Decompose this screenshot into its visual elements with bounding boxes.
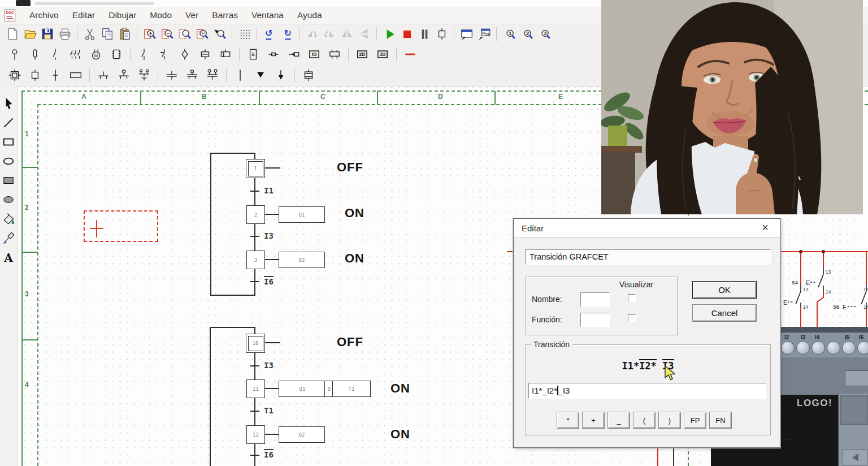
- menu-editar[interactable]: Editar: [66, 10, 102, 20]
- g1-transition-3[interactable]: [250, 281, 259, 282]
- paste-icon[interactable]: [118, 26, 132, 42]
- eyedropper-icon[interactable]: [1, 231, 16, 245]
- or-branch-icon[interactable]: [116, 67, 131, 83]
- view-3d-icon[interactable]: 3D: [375, 46, 390, 62]
- g1-transition-2-label[interactable]: I3: [264, 231, 274, 240]
- arrow-down-icon[interactable]: [253, 67, 268, 83]
- undo-icon[interactable]: ↺: [262, 26, 277, 42]
- menu-modo[interactable]: Modo: [143, 10, 179, 20]
- print-icon[interactable]: [58, 26, 72, 42]
- link-icon[interactable]: [233, 67, 248, 83]
- close-icon[interactable]: ×: [758, 221, 772, 234]
- zoom-page-icon[interactable]: P: [195, 26, 210, 42]
- g1-step-1-initial[interactable]: 1: [246, 159, 265, 178]
- g2-action-t1[interactable]: T1: [332, 381, 371, 397]
- filled-ellipse-icon[interactable]: [1, 192, 16, 207]
- ok-button[interactable]: OK: [692, 281, 757, 299]
- diamond-valve-icon[interactable]: [177, 46, 192, 62]
- step-icon[interactable]: [435, 26, 449, 42]
- switch-icon[interactable]: [137, 46, 151, 62]
- filled-rectangle-icon[interactable]: [1, 173, 16, 188]
- or-convergence-icon[interactable]: [137, 67, 151, 83]
- rotate-right-icon[interactable]: [322, 26, 337, 42]
- multi-contact-icon[interactable]: [68, 46, 83, 62]
- menu-barras[interactable]: Barras: [205, 10, 245, 20]
- initial-step-icon[interactable]: [7, 67, 22, 83]
- io-box-icon[interactable]: IO: [307, 46, 322, 62]
- pushbutton-icon[interactable]: [7, 46, 22, 62]
- save-icon[interactable]: [40, 26, 55, 42]
- g2-action-q2[interactable]: Q2: [279, 426, 325, 443]
- copy-icon[interactable]: [100, 26, 115, 42]
- menu-archivo[interactable]: Archivo: [23, 10, 66, 20]
- flip-vertical-icon[interactable]: [357, 26, 372, 42]
- nombre-input[interactable]: [580, 292, 610, 307]
- stop-icon[interactable]: [400, 26, 414, 42]
- flip-horizontal-icon[interactable]: [340, 26, 354, 42]
- op-plus-button[interactable]: +: [582, 412, 605, 429]
- zoom-window-icon[interactable]: [177, 26, 192, 42]
- zoom-out-icon[interactable]: [160, 26, 175, 42]
- valve-icon[interactable]: [198, 46, 212, 62]
- zoom-in-icon[interactable]: [142, 26, 157, 42]
- zoom-3-icon[interactable]: 3: [537, 26, 552, 42]
- dialog-titlebar[interactable]: Editar ×: [514, 219, 780, 238]
- line-icon[interactable]: [1, 115, 16, 130]
- g2-transition-1-label[interactable]: I3: [264, 361, 274, 370]
- zoom-2-icon[interactable]: 2: [519, 26, 534, 42]
- open-icon[interactable]: [23, 26, 37, 42]
- select-icon[interactable]: [1, 96, 16, 111]
- menu-ayuda[interactable]: Ayuda: [290, 10, 329, 20]
- action-icon[interactable]: [68, 67, 83, 83]
- g1-action-q1[interactable]: Q1: [279, 206, 325, 223]
- zoom-1-icon[interactable]: 1: [502, 26, 517, 42]
- and-divergence-icon[interactable]: [164, 67, 179, 83]
- transition-icon[interactable]: [48, 67, 63, 83]
- g2-transition-3-label[interactable]: I6: [264, 449, 274, 459]
- nombre-visualizar-checkbox[interactable]: [628, 294, 636, 302]
- g1-transition-2[interactable]: [250, 236, 259, 237]
- macro-step-icon[interactable]: [301, 67, 316, 83]
- distributor-icon[interactable]: [287, 46, 301, 62]
- g1-step-2[interactable]: 2: [246, 205, 265, 224]
- g2-step-11[interactable]: 11: [246, 379, 265, 398]
- g2-action-q1[interactable]: Q1: [279, 381, 326, 397]
- g2-step-10-initial[interactable]: 10: [246, 334, 265, 353]
- g2-transition-2[interactable]: [250, 411, 259, 412]
- g1-transition-1-label[interactable]: I1: [264, 186, 274, 195]
- and-branch-icon[interactable]: [185, 67, 199, 83]
- g1-action-q2[interactable]: Q2: [279, 252, 325, 268]
- g2-transition-1[interactable]: [250, 365, 259, 366]
- selection-box[interactable]: [84, 210, 158, 242]
- g1-transition-3-label[interactable]: I6: [264, 276, 274, 286]
- fill-icon[interactable]: [1, 212, 16, 226]
- terminal-block-icon[interactable]: [327, 46, 342, 62]
- step-icon[interactable]: [28, 67, 42, 83]
- contact-icon[interactable]: [48, 46, 63, 62]
- op-close-paren-button[interactable]: ): [658, 412, 681, 429]
- funcion-input[interactable]: [580, 313, 610, 327]
- simulation-window-icon[interactable]: [459, 26, 474, 42]
- coil-icon[interactable]: [28, 46, 42, 62]
- components-window-icon[interactable]: [477, 26, 492, 42]
- play-icon[interactable]: [382, 26, 397, 42]
- cylinder-icon[interactable]: [218, 46, 233, 62]
- cancel-button[interactable]: Cancel: [692, 304, 757, 322]
- cut-icon[interactable]: [83, 26, 97, 42]
- connector-icon[interactable]: [266, 46, 281, 62]
- text-icon[interactable]: A: [1, 250, 16, 265]
- or-divergence-icon[interactable]: [96, 67, 111, 83]
- new-icon[interactable]: [5, 26, 20, 42]
- g2-step-12[interactable]: 12: [246, 425, 265, 444]
- op-open-paren-button[interactable]: (: [633, 412, 656, 429]
- op-multiply-button[interactable]: *: [557, 412, 579, 429]
- motor-icon[interactable]: M: [89, 46, 103, 62]
- menu-ver[interactable]: Ver: [179, 10, 205, 20]
- redraw-icon[interactable]: [212, 26, 227, 42]
- rectangle-icon[interactable]: [1, 135, 16, 149]
- op-not-button[interactable]: _: [607, 412, 630, 429]
- transition-expression-input[interactable]: I1*_I2*_I3: [528, 383, 766, 399]
- relay-icon[interactable]: &: [246, 46, 261, 62]
- pause-icon[interactable]: [417, 26, 432, 42]
- limit-switch-icon[interactable]: [157, 46, 172, 62]
